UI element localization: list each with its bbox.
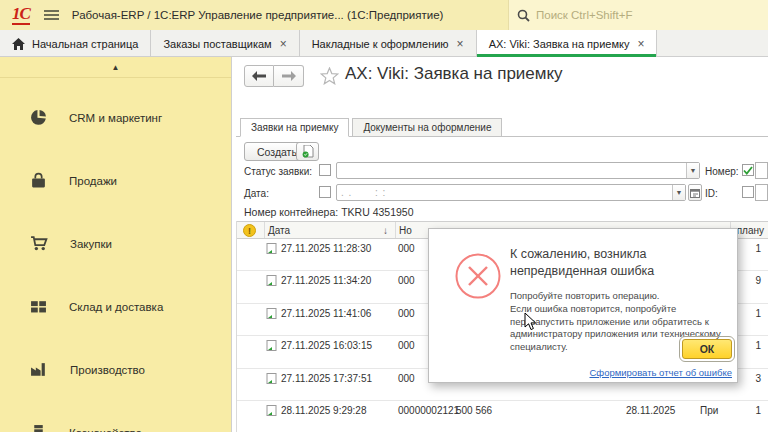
generate-error-report-link[interactable]: Сформировать отчет об ошибке — [590, 367, 733, 378]
tab-label: Начальная страница — [32, 38, 138, 50]
container-number-value: TKRU 4351950 — [341, 206, 413, 218]
tab-supplier-orders[interactable]: Заказы поставщикам × — [151, 30, 299, 57]
number-filter-input[interactable] — [755, 162, 768, 179]
sidebar-item-warehouse[interactable]: Склад и доставка — [0, 275, 231, 338]
window-tab-bar: Начальная страница Заказы поставщикам × … — [0, 30, 768, 57]
cell-number: 000 — [398, 275, 415, 286]
cell-amount: 500 566 — [456, 405, 492, 416]
tab-receiving-request[interactable]: AX: Viki: Заявка на приемку × — [477, 30, 658, 57]
date-filter-input[interactable] — [337, 185, 672, 200]
posted-document-icon — [266, 405, 278, 417]
column-header-number[interactable]: Но — [399, 225, 412, 236]
back-button[interactable] — [244, 65, 274, 87]
search-input[interactable] — [536, 9, 736, 21]
mouse-cursor — [524, 312, 537, 331]
posted-document-icon — [266, 243, 278, 255]
id-filter-input[interactable] — [755, 184, 768, 201]
number-filter-label: Номер: — [705, 166, 739, 177]
cell-number: 000 — [398, 373, 415, 384]
cell-plan-date: 28.11.2025 — [626, 405, 675, 416]
error-dialog-title: К сожалению, возникла непредвиденная оши… — [510, 246, 738, 280]
container-number-label: Номер контейнера: — [244, 206, 338, 218]
chevron-down-icon[interactable]: ▼ — [672, 185, 685, 200]
factory-icon — [30, 361, 48, 378]
cell-date: 27.11.2025 11:28:30 — [281, 243, 371, 254]
page-title: AX: Viki: Заявка на приемку — [345, 64, 563, 84]
cell-plan: 1 — [755, 243, 761, 254]
sidebar-collapse-icon[interactable]: ▲ — [0, 57, 231, 78]
arrow-right-icon — [282, 71, 296, 81]
number-filter-checkbox[interactable] — [742, 164, 754, 176]
cell-status: При — [700, 405, 718, 416]
tab-label: AX: Viki: Заявка на приемку — [489, 38, 630, 50]
window-title: Рабочая-ERP / 1С:ERP Управление предприя… — [72, 9, 444, 21]
refresh-list-button[interactable] — [296, 142, 319, 161]
cell-number: 00000002121 — [398, 405, 459, 416]
cell-plan: 1 — [755, 340, 761, 351]
cell-date: 27.11.2025 11:34:20 — [281, 275, 371, 286]
tab-documents-to-process[interactable]: Документы на оформление — [352, 118, 502, 137]
cell-plan: 3 — [755, 373, 761, 384]
sidebar-item-label: Склад и доставка — [69, 301, 163, 313]
1c-logo-icon: 1С — [12, 5, 30, 25]
cell-date: 27.11.2025 11:41:06 — [281, 308, 371, 319]
tab-home[interactable]: Начальная страница — [0, 30, 151, 57]
favorite-star-icon[interactable] — [320, 67, 339, 89]
status-filter-field: ▼ — [336, 162, 700, 179]
posted-document-icon — [266, 275, 278, 287]
error-dialog: К сожалению, возникла непредвиденная оши… — [428, 228, 738, 383]
sidebar-item-label: Производство — [70, 364, 145, 376]
id-filter-label: ID: — [705, 188, 718, 199]
cell-date: 28.11.2025 9:29:28 — [281, 405, 366, 416]
status-filter-input[interactable] — [337, 163, 686, 178]
search-icon — [517, 9, 530, 22]
close-icon[interactable]: × — [637, 37, 644, 51]
tab-label: Накладные к оформлению — [312, 38, 449, 50]
cell-plan: 9 — [755, 275, 761, 286]
sidebar-item-crm[interactable]: CRM и маркетинг — [0, 86, 231, 149]
warning-icon: ! — [243, 224, 256, 237]
bag-icon — [30, 172, 47, 189]
sort-descending-icon[interactable]: ↓ — [383, 225, 388, 236]
column-header-plan[interactable]: плану — [737, 225, 764, 236]
tab-receiving-requests[interactable]: Заявки на приемку — [240, 118, 349, 137]
posted-document-icon — [266, 373, 278, 385]
status-filter-checkbox[interactable] — [319, 164, 331, 176]
close-icon[interactable]: × — [280, 37, 287, 51]
cell-date: 27.11.2025 17:37:51 — [281, 373, 372, 384]
cell-number: 000 — [398, 340, 415, 351]
section-sidebar: ▲ CRM и маркетинг Продажи — [0, 57, 232, 432]
id-filter-checkbox[interactable] — [742, 186, 754, 198]
ok-button[interactable]: ОК — [682, 339, 732, 359]
main-menu-icon[interactable] — [44, 8, 59, 22]
home-icon — [12, 38, 25, 50]
cell-plan: 1 — [755, 308, 761, 319]
forward-button[interactable] — [274, 65, 304, 87]
error-dialog-message: Попробуйте повторить операцию. — [510, 290, 659, 301]
sidebar-item-label: Закупки — [70, 238, 112, 250]
date-filter-checkbox[interactable] — [319, 186, 331, 198]
sidebar-item-label: Продажи — [69, 175, 117, 187]
sidebar-item-purchasing[interactable]: Закупки — [0, 212, 231, 275]
column-header-date[interactable]: Дата — [268, 225, 290, 236]
document-refresh-icon — [302, 145, 314, 158]
global-search[interactable] — [508, 0, 768, 30]
table-row[interactable]: 28.11.2025 9:29:28 00000002121 500 566 2… — [237, 401, 768, 432]
calendar-button[interactable] — [688, 184, 702, 201]
tab-waybills[interactable]: Накладные к оформлению × — [300, 30, 477, 57]
panel-tabs: Заявки на приемку Документы на оформлени… — [240, 118, 505, 137]
check-icon — [743, 166, 753, 175]
sidebar-item-sales[interactable]: Продажи — [0, 149, 231, 212]
close-icon[interactable]: × — [457, 37, 464, 51]
sidebar-item-treasury[interactable]: Казначейство — [0, 401, 231, 432]
posted-document-icon — [266, 308, 278, 320]
sidebar-item-label: CRM и маркетинг — [69, 112, 162, 124]
arrow-left-icon — [252, 71, 266, 81]
chevron-down-icon[interactable]: ▼ — [686, 163, 699, 178]
calendar-icon — [690, 188, 700, 198]
tab-label: Заказы поставщикам — [163, 38, 271, 50]
error-icon — [455, 253, 501, 299]
sidebar-item-label: Казначейство — [69, 427, 142, 432]
date-filter-field: ▼ — [336, 184, 686, 201]
sidebar-item-production[interactable]: Производство — [0, 338, 231, 401]
